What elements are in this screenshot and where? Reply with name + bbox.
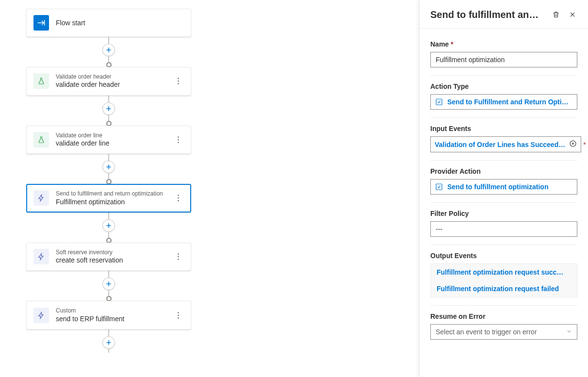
- step-type-label: Custom: [56, 307, 172, 314]
- add-step-button[interactable]: [102, 44, 115, 56]
- resume-on-error-select[interactable]: Select an event to trigger on error: [430, 324, 577, 340]
- output-event-item[interactable]: Fulfillment optimization request succ…: [431, 264, 577, 280]
- svg-point-20: [178, 256, 179, 257]
- provider-action-value: Send to fulfillment optimization: [447, 183, 573, 191]
- close-button[interactable]: [566, 8, 579, 21]
- input-events-value: Validation of Order Lines has Succeed…: [435, 141, 565, 148]
- step-name-label: validate order line: [56, 139, 172, 148]
- flow-step-validate-header[interactable]: Validate order header validate order hea…: [26, 67, 191, 96]
- flow-connector: [102, 154, 115, 184]
- svg-point-25: [178, 314, 179, 315]
- flow-canvas[interactable]: Flow start Validate order header validat…: [0, 0, 419, 377]
- step-more-button[interactable]: [172, 310, 184, 321]
- step-more-button[interactable]: [172, 251, 184, 262]
- connector-dot-icon: [106, 121, 112, 126]
- step-more-button[interactable]: [172, 192, 184, 204]
- flow-step-validate-line[interactable]: Validate order line validate order line: [26, 126, 191, 154]
- step-name-label: validate order header: [56, 80, 172, 89]
- add-input-event-button[interactable]: [569, 140, 577, 149]
- provider-action-picker[interactable]: Send to fulfillment optimization: [430, 179, 577, 195]
- flask-icon: [33, 73, 49, 89]
- input-events-label: Input Events: [430, 125, 577, 132]
- action-type-value: Send to Fulfillment and Return Optimiza…: [447, 98, 573, 106]
- svg-point-11: [178, 142, 179, 143]
- chevron-down-icon: [566, 328, 572, 336]
- svg-point-15: [178, 197, 179, 198]
- flow-connector: [102, 329, 115, 353]
- flow-connector: [102, 96, 115, 126]
- bolt-icon: [33, 249, 49, 264]
- flow-start-node[interactable]: Flow start: [26, 9, 191, 37]
- add-step-button[interactable]: [102, 278, 115, 290]
- action-type-icon: [435, 98, 443, 106]
- action-type-label: Action Type: [430, 82, 577, 90]
- flow-start-label: Flow start: [56, 18, 184, 27]
- filter-policy-label: Filter Policy: [430, 210, 577, 217]
- svg-point-14: [178, 195, 179, 196]
- panel-header: Send to fulfillment an…: [420, 0, 588, 29]
- flow-connector: [102, 37, 115, 67]
- flow-connector: [102, 213, 115, 243]
- resume-on-error-label: Resume on Error: [430, 312, 577, 320]
- action-type-picker[interactable]: Send to Fulfillment and Return Optimiza…: [430, 94, 577, 110]
- add-step-button[interactable]: [102, 102, 115, 115]
- svg-rect-35: [436, 184, 442, 190]
- svg-point-9: [178, 136, 179, 137]
- output-event-item[interactable]: Fulfillment optimization request failed: [431, 280, 577, 297]
- svg-point-10: [178, 139, 179, 140]
- step-more-button[interactable]: [172, 75, 184, 87]
- svg-point-26: [178, 317, 179, 318]
- input-events-picker[interactable]: Validation of Order Lines has Succeed…: [430, 136, 581, 152]
- step-type-label: Validate order line: [56, 132, 172, 139]
- step-more-button[interactable]: [172, 134, 184, 146]
- output-events-list: Fulfillment optimization request succ… F…: [430, 263, 577, 297]
- svg-rect-31: [436, 99, 442, 105]
- flow-step-send-erp[interactable]: Custom send to ERP fulfillment: [26, 301, 191, 329]
- flow-column: Flow start Validate order header validat…: [26, 9, 191, 353]
- step-type-label: Send to fulfillment and return optimizat…: [56, 190, 172, 197]
- panel-body: Name Action Type Send to Fulfillment and…: [420, 29, 588, 377]
- resume-placeholder: Select an event to trigger on error: [436, 328, 537, 336]
- delete-button[interactable]: [549, 8, 563, 21]
- svg-point-21: [178, 259, 179, 260]
- step-name-label: send to ERP fulfillment: [56, 314, 172, 323]
- step-type-label: Validate order header: [56, 73, 172, 80]
- flow-step-soft-reservation[interactable]: Soft reserve inventory create soft reser…: [26, 243, 191, 271]
- provider-action-label: Provider Action: [430, 167, 577, 175]
- add-step-button[interactable]: [102, 336, 115, 349]
- svg-point-5: [178, 81, 179, 82]
- name-input[interactable]: [430, 52, 577, 67]
- filter-policy-input[interactable]: [430, 221, 577, 237]
- add-step-button[interactable]: [102, 219, 115, 232]
- step-type-label: Soft reserve inventory: [56, 249, 172, 256]
- flask-icon: [33, 132, 49, 148]
- svg-point-6: [178, 83, 179, 84]
- svg-point-19: [178, 253, 179, 254]
- flow-step-fulfillment-optimization[interactable]: Send to fulfillment and return optimizat…: [26, 184, 191, 213]
- provider-action-icon: [435, 182, 443, 191]
- panel-title: Send to fulfillment an…: [430, 9, 546, 20]
- svg-point-16: [178, 200, 179, 201]
- bolt-icon: [33, 190, 49, 206]
- bolt-icon: [33, 308, 49, 323]
- step-name-label: Fulfillment optimization: [56, 197, 172, 206]
- flow-connector: [102, 271, 115, 301]
- name-label: Name: [430, 40, 577, 48]
- required-indicator: *: [583, 141, 586, 148]
- step-name-label: create soft reservation: [56, 256, 172, 264]
- add-step-button[interactable]: [102, 161, 115, 173]
- flow-start-icon: [33, 15, 49, 31]
- svg-point-24: [178, 312, 179, 313]
- svg-point-4: [178, 78, 179, 79]
- details-panel: Send to fulfillment an… Name Action Type…: [419, 0, 588, 377]
- output-events-label: Output Events: [430, 252, 577, 260]
